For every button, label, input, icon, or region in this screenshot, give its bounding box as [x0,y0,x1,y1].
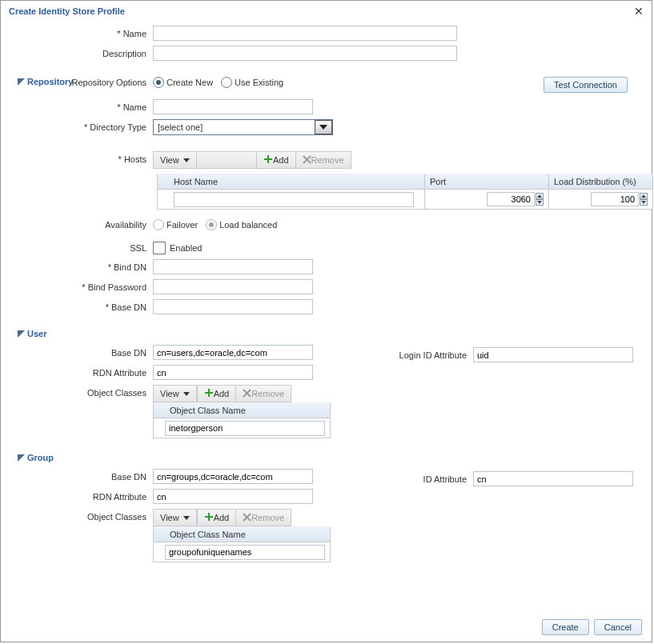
title-bar: Create Identity Store Profile ✕ [1,1,652,21]
user-rdn-label: RDN Attribute [13,368,153,378]
svg-marker-10 [18,454,25,462]
name-input[interactable] [153,26,457,41]
group-base-dn-input[interactable] [153,469,313,484]
group-oc-label: Object Classes [13,509,153,522]
description-label: Description [13,49,153,58]
th-group-oc: Object Class Name [165,527,330,542]
failover-radio[interactable] [153,219,164,230]
x-icon [243,513,251,523]
svg-rect-7 [205,392,213,394]
user-rdn-input[interactable] [153,365,313,380]
load-balanced-radio[interactable] [206,219,217,230]
name-label: Name [13,29,153,38]
user-oc-remove-button[interactable]: Remove [236,386,291,402]
user-oc-table: Object Class Name [153,402,331,438]
spin-down-icon[interactable] [640,199,648,206]
hosts-view-menu[interactable]: View [154,152,197,168]
repo-name-input[interactable] [153,99,313,114]
user-base-dn-input[interactable] [153,345,313,360]
port-spinner[interactable] [487,192,544,206]
dialog-title: Create Identity Store Profile [9,6,125,16]
hosts-label: Hosts [13,151,153,164]
dir-type-value: [select one] [158,122,203,132]
hosts-add-button[interactable]: Add [257,152,296,168]
chevron-down-icon [183,392,190,396]
create-new-label: Create New [167,78,213,87]
bind-dn-label: Bind DN [13,262,153,272]
bind-pw-input[interactable] [153,279,313,294]
host-name-input[interactable] [174,192,414,207]
group-oc-view-menu[interactable]: View [154,510,197,526]
x-icon [303,155,311,166]
load-balanced-label: Load balanced [219,220,277,230]
base-dn-input[interactable] [153,299,313,314]
user-oc-add-button[interactable]: Add [198,386,237,402]
dir-type-select[interactable]: [select one] [153,119,333,135]
group-base-dn-label: Base DN [13,472,153,482]
group-section-title: Group [27,453,54,462]
group-oc-add-button[interactable]: Add [198,510,237,526]
group-oc-remove-button[interactable]: Remove [236,510,291,526]
user-oc-toolbar: View [153,385,198,402]
cancel-button[interactable]: Cancel [594,619,642,635]
create-new-radio[interactable] [153,77,164,88]
th-load: Load Distribution (%) [549,174,652,189]
availability-label: Availability [13,220,153,230]
user-section-title: User [27,329,46,338]
base-dn-label: Base DN [13,302,153,312]
th-port: Port [425,174,549,189]
group-oc-table: Object Class Name [153,526,331,562]
repo-options-label: Repository Options [69,78,153,87]
table-row[interactable] [154,542,330,562]
ssl-label: SSL [13,243,153,253]
group-rdn-input[interactable] [153,489,313,504]
table-row[interactable] [154,418,330,438]
use-existing-radio[interactable] [221,77,232,88]
chevron-down-icon [315,120,332,134]
group-oc-toolbar: View [153,509,198,526]
user-oc-view-menu[interactable]: View [154,386,197,402]
spin-up-icon[interactable] [536,193,544,199]
collapse-icon[interactable] [18,330,25,338]
plus-icon [263,154,273,166]
description-input[interactable] [153,46,457,61]
hosts-table: Host Name Port Load Distribution (%) [157,174,653,210]
dir-type-label: Directory Type [13,122,153,132]
failover-label: Failover [167,220,198,230]
plus-icon [204,388,214,399]
login-id-label: Login ID Attribute [385,350,473,360]
svg-rect-12 [205,516,213,518]
collapse-icon[interactable] [18,454,25,462]
spin-down-icon[interactable] [536,199,544,206]
user-oc-label: Object Classes [13,385,153,398]
chevron-down-icon [183,158,190,162]
th-user-oc: Object Class Name [165,403,330,418]
collapse-icon[interactable] [18,78,25,86]
load-spinner[interactable] [591,192,648,206]
hosts-remove-button[interactable]: Remove [296,152,351,168]
user-base-dn-label: Base DN [13,348,153,358]
group-id-attr-label: ID Attribute [385,474,473,484]
create-button[interactable]: Create [542,619,589,635]
plus-icon [204,512,214,523]
repository-section-title: Repository [27,77,73,86]
group-oc-input[interactable] [165,545,325,560]
dialog: Create Identity Store Profile ✕ Name Des… [0,0,652,642]
test-connection-button[interactable]: Test Connection [544,77,628,93]
close-icon[interactable]: ✕ [634,5,644,18]
login-id-input[interactable] [473,347,633,362]
use-existing-label: Use Existing [235,78,283,87]
ssl-checkbox[interactable] [153,242,166,254]
bind-pw-label: Bind Password [13,282,153,292]
table-row[interactable] [158,190,652,209]
repo-name-label: Name [13,102,153,112]
group-id-attr-input[interactable] [473,471,633,486]
th-host-name: Host Name [169,174,425,189]
spin-up-icon[interactable] [640,193,648,199]
x-icon [243,389,251,399]
svg-marker-0 [18,78,25,86]
svg-marker-5 [18,330,25,338]
hosts-toolbar: View [153,151,257,169]
user-oc-input[interactable] [165,421,325,436]
bind-dn-input[interactable] [153,259,313,274]
